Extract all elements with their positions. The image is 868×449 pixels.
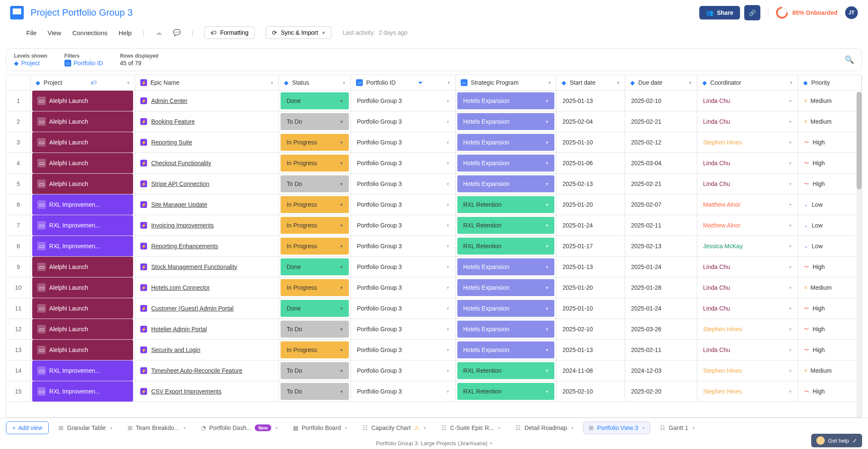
project-cell[interactable]: ▭ Alelphi Launch xyxy=(32,257,133,277)
portfolio-cell[interactable]: Portfolio Group 3 ▾ xyxy=(351,215,455,236)
due-date-cell[interactable]: 2025-01-24 xyxy=(625,257,697,277)
due-date-cell[interactable]: 2025-03-04 xyxy=(625,153,697,173)
formatting-button[interactable]: 🏷 Formatting xyxy=(204,26,255,39)
app-logo[interactable] xyxy=(10,6,24,19)
search-icon[interactable]: 🔍 xyxy=(845,55,854,64)
due-date-cell[interactable]: 2025-02-11 xyxy=(625,340,697,360)
status-cell[interactable]: In Progress ▾ xyxy=(281,238,349,255)
col-program[interactable]: ▭ Strategic Program ▾ xyxy=(455,75,556,91)
menu-file[interactable]: File xyxy=(26,29,36,36)
menu-view[interactable]: View xyxy=(47,29,61,36)
program-cell[interactable]: RXL Retention ▾ xyxy=(457,217,555,234)
priority-cell[interactable]: 〜 High xyxy=(798,174,861,194)
portfolio-cell[interactable]: Portfolio Group 3 ▾ xyxy=(351,174,455,194)
coordinator-cell[interactable]: Linda Chu ▾ xyxy=(697,111,798,132)
coordinator-cell[interactable]: Linda Chu ▾ xyxy=(697,174,798,194)
coordinator-cell[interactable]: Stephen Hines ▾ xyxy=(697,319,798,339)
start-date-cell[interactable]: 2025-01-13 xyxy=(556,340,625,360)
project-cell[interactable]: ▭ RXL Improvemen... xyxy=(32,194,133,215)
table-row[interactable]: 14 ▭ RXL Improvemen... ⚡ Timesheet Auto-… xyxy=(6,360,862,381)
start-date-cell[interactable]: 2025-02-10 xyxy=(556,381,625,402)
priority-cell[interactable]: ≡ Medium xyxy=(798,91,861,111)
portfolio-cell[interactable]: Portfolio Group 3 ▾ xyxy=(351,91,455,111)
portfolio-cell[interactable]: Portfolio Group 3 ▾ xyxy=(351,298,455,319)
project-cell[interactable]: ▭ Alelphi Launch xyxy=(32,174,133,194)
table-row[interactable]: 15 ▭ RXL Improvemen... ⚡ CSV Export Impr… xyxy=(6,381,862,402)
coordinator-cell[interactable]: Matthew Alnor ▾ xyxy=(697,215,798,236)
priority-cell[interactable]: 〜 High xyxy=(798,132,861,152)
due-date-cell[interactable]: 2025-02-11 xyxy=(625,215,697,236)
program-cell[interactable]: Hotels Expansion ▾ xyxy=(457,321,555,338)
start-date-cell[interactable]: 2025-02-10 xyxy=(556,319,625,339)
program-cell[interactable]: Hotels Expansion ▾ xyxy=(457,113,555,130)
epic-cell[interactable]: ⚡ Hotelier Admin Portal xyxy=(135,326,279,333)
epic-cell[interactable]: ⚡ Site Manager Update xyxy=(135,201,279,208)
coordinator-cell[interactable]: Jessica McKay ▾ xyxy=(697,236,798,256)
priority-cell[interactable]: 〜 High xyxy=(798,381,861,402)
start-date-cell[interactable]: 2025-02-13 xyxy=(556,174,625,194)
table-row[interactable]: 7 ▭ RXL Improvemen... ⚡ Invoicing Improv… xyxy=(6,215,862,236)
status-cell[interactable]: To Do ▾ xyxy=(281,113,349,130)
table-row[interactable]: 8 ▭ RXL Improvemen... ⚡ Reporting Enhanc… xyxy=(6,236,862,257)
start-date-cell[interactable]: 2025-01-13 xyxy=(556,257,625,277)
epic-cell[interactable]: ⚡ Timesheet Auto-Reconcile Feature xyxy=(135,367,279,374)
epic-link[interactable]: Hotelier Admin Portal xyxy=(151,326,207,333)
epic-cell[interactable]: ⚡ Reporting Enhancements xyxy=(135,243,279,249)
status-cell[interactable]: In Progress ▾ xyxy=(281,196,349,213)
cloud-sync-icon[interactable]: ☁ xyxy=(156,29,162,36)
status-cell[interactable]: To Do ▾ xyxy=(281,362,349,379)
epic-link[interactable]: Customer (Guest) Admin Portal xyxy=(151,305,234,312)
epic-link[interactable]: Security and Login xyxy=(151,346,200,353)
priority-cell[interactable]: ⌄ Low xyxy=(798,215,861,236)
table-row[interactable]: 3 ▭ Alelphi Launch ⚡ Reporting Suite In … xyxy=(6,132,862,153)
priority-cell[interactable]: 〜 High xyxy=(798,319,861,339)
table-row[interactable]: 2 ▭ Alelphi Launch ⚡ Booking Feature To … xyxy=(6,111,862,132)
onboard-text[interactable]: 85% Onboarded xyxy=(792,9,837,16)
project-cell[interactable]: ▭ Alelphi Launch xyxy=(32,111,133,132)
portfolio-cell[interactable]: Portfolio Group 3 ▾ xyxy=(351,360,455,381)
col-due-date[interactable]: ◆ Due date ▾ xyxy=(625,75,697,91)
project-cell[interactable]: ▭ RXL Improvemen... xyxy=(32,236,133,256)
due-date-cell[interactable]: 2025-02-10 xyxy=(625,91,697,111)
coordinator-cell[interactable]: Stephen Hines ▾ xyxy=(697,360,798,381)
due-date-cell[interactable]: 2025-02-20 xyxy=(625,381,697,402)
program-cell[interactable]: RXL Retention ▾ xyxy=(457,362,555,379)
status-cell[interactable]: In Progress ▾ xyxy=(281,279,349,296)
epic-cell[interactable]: ⚡ Customer (Guest) Admin Portal xyxy=(135,305,279,312)
status-cell[interactable]: Done ▾ xyxy=(281,300,349,317)
tab-capacity-chart[interactable]: ☷ Capacity Chart ⚠ ▾ xyxy=(357,421,431,434)
share-button[interactable]: 👥 Share xyxy=(699,6,740,19)
priority-cell[interactable]: ⌄ Low xyxy=(798,194,861,215)
status-cell[interactable]: In Progress ▾ xyxy=(281,341,349,358)
start-date-cell[interactable]: 2025-01-17 xyxy=(556,236,625,256)
col-portfolio[interactable]: ▭ Portfolio ID ⏷ ▾ xyxy=(351,75,456,91)
portfolio-cell[interactable]: Portfolio Group 3 ▾ xyxy=(351,236,455,256)
start-date-cell[interactable]: 2025-01-10 xyxy=(556,132,625,152)
program-cell[interactable]: Hotels Expansion ▾ xyxy=(457,258,555,275)
scrollbar-thumb[interactable] xyxy=(857,92,862,189)
tab-team-breakdown[interactable]: ⊞ Team Breakdo... ▾ xyxy=(122,421,191,434)
start-date-cell[interactable]: 2025-01-13 xyxy=(556,91,625,111)
epic-link[interactable]: CSV Export Improvements xyxy=(151,388,222,395)
due-date-cell[interactable]: 2025-02-21 xyxy=(625,174,697,194)
epic-cell[interactable]: ⚡ Invoicing Improvements xyxy=(135,222,279,229)
coordinator-cell[interactable]: Linda Chu ▾ xyxy=(697,153,798,173)
project-cell[interactable]: ▭ RXL Improvemen... xyxy=(32,215,133,236)
epic-cell[interactable]: ⚡ Hotels.com Connector xyxy=(135,284,279,291)
tab-portfolio-view-3[interactable]: ⊞ Portfolio View 3 ▾ xyxy=(583,421,650,434)
col-priority[interactable]: ◆ Priority xyxy=(798,75,862,91)
epic-link[interactable]: Stock Management Functionality xyxy=(151,263,237,270)
status-cell[interactable]: To Do ▾ xyxy=(281,321,349,338)
epic-link[interactable]: Stripe API Connection xyxy=(151,180,209,187)
table-row[interactable]: 13 ▭ Alelphi Launch ⚡ Security and Login… xyxy=(6,340,862,360)
comments-icon[interactable]: 💬 xyxy=(173,29,181,36)
table-row[interactable]: 4 ▭ Alelphi Launch ⚡ Checkout Functional… xyxy=(6,153,862,174)
due-date-cell[interactable]: 2025-02-21 xyxy=(625,111,697,132)
program-cell[interactable]: Hotels Expansion ▾ xyxy=(457,134,555,151)
menu-help[interactable]: Help xyxy=(119,29,132,36)
rows-displayed[interactable]: Rows displayed 45 of 79 xyxy=(120,53,159,67)
start-date-cell[interactable]: 2025-01-20 xyxy=(556,194,625,215)
epic-cell[interactable]: ⚡ Stripe API Connection xyxy=(135,180,279,187)
program-cell[interactable]: RXL Retention ▾ xyxy=(457,383,555,400)
epic-link[interactable]: Booking Feature xyxy=(151,118,195,125)
